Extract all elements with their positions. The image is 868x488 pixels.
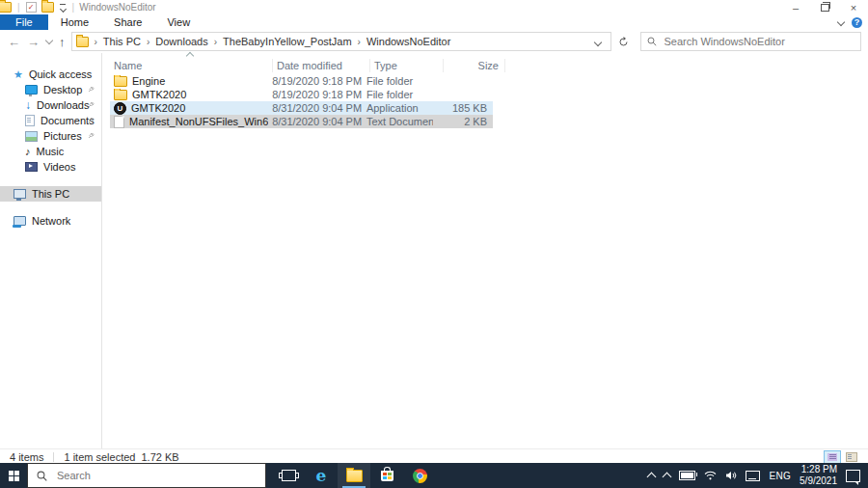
file-date: 8/31/2020 9:04 PM (268, 102, 363, 114)
language-indicator[interactable]: ENG (769, 471, 791, 481)
details-view-button[interactable] (843, 450, 860, 464)
expand-ribbon-icon[interactable] (837, 18, 845, 26)
explorer-window-icon (0, 2, 12, 13)
search-input[interactable] (663, 35, 855, 48)
document-icon (25, 115, 35, 126)
quick-access-toolbar: | ✓ | (0, 2, 75, 13)
system-tray: ENG 1:28 PM 5/9/2021 (648, 463, 868, 488)
tab-file[interactable]: File (0, 14, 48, 30)
taskbar-clock[interactable]: 1:28 PM 5/9/2021 (800, 464, 837, 487)
chrome-button[interactable] (403, 463, 436, 488)
chrome-icon (413, 469, 427, 483)
forward-button[interactable]: → (27, 36, 40, 48)
tab-home[interactable]: Home (48, 14, 101, 30)
file-size: 2 KB (433, 116, 493, 127)
microsoft-store-button[interactable] (370, 463, 403, 488)
new-folder-icon[interactable] (41, 2, 54, 13)
wifi-icon[interactable] (704, 471, 717, 480)
action-center-icon[interactable] (846, 470, 860, 482)
breadcrumb-separator: › (95, 37, 97, 47)
folder-icon (114, 76, 127, 87)
address-dropdown-icon[interactable] (587, 36, 609, 47)
sidebar-item-videos[interactable]: Videos (0, 159, 101, 175)
taskbar-search-box[interactable] (27, 463, 266, 488)
refresh-icon (618, 37, 629, 47)
internet-explorer-icon: e (316, 468, 327, 484)
breadcrumb-thebabyinyellow-postjam[interactable]: TheBabyInYellow_PostJam (223, 36, 352, 47)
window-title: WindowsNoEditor (79, 2, 155, 13)
sidebar-item-documents[interactable]: Documents (0, 113, 101, 128)
sidebar-item-label: This PC (32, 188, 69, 200)
list-view-button[interactable] (824, 450, 841, 464)
file-name: Engine (132, 75, 165, 87)
customize-quick-access-dropdown-icon[interactable] (59, 4, 67, 12)
column-header-name[interactable]: Name (110, 59, 273, 72)
refresh-button[interactable] (613, 33, 635, 50)
music-note-icon: ♪ (25, 147, 31, 157)
sidebar-item-label: Videos (43, 161, 75, 173)
address-bar[interactable]: › This PC › Downloads › TheBabyInYellow_… (71, 32, 611, 51)
tab-view[interactable]: View (154, 14, 203, 30)
internet-explorer-button[interactable]: e (305, 463, 338, 488)
pin-icon (88, 101, 95, 108)
file-row-manifest-nonufsfiles-win64[interactable]: Manifest_NonUFSFiles_Win64 8/31/2020 9:0… (110, 115, 493, 128)
pin-icon (88, 117, 95, 123)
start-button[interactable] (0, 463, 27, 488)
taskbar: e ENG 1:28 PM 5/9/2021 (0, 463, 868, 488)
breadcrumb-windowsnoeditor[interactable]: WindowsNoEditor (366, 36, 450, 47)
restore-button[interactable] (810, 0, 839, 14)
column-header-date-modified[interactable]: Date modified (273, 59, 370, 72)
download-arrow-icon: ↓ (25, 99, 31, 111)
breadcrumb-separator: › (147, 37, 149, 47)
column-label: Date modified (277, 60, 342, 71)
sidebar-item-label: Quick access (29, 68, 92, 80)
hidden-icons-chevron-icon[interactable] (663, 473, 672, 482)
sidebar-item-music[interactable]: ♪ Music (0, 144, 101, 159)
file-list-pane: Name Date modified Type Size Engine 8/19… (102, 53, 868, 448)
network-icon (14, 216, 26, 226)
task-view-button[interactable] (272, 463, 305, 488)
file-type: File folder (363, 89, 433, 100)
back-button[interactable]: ← (8, 36, 20, 48)
sidebar-item-label: Music (37, 146, 65, 157)
minimize-button[interactable]: – (781, 0, 810, 14)
status-bar: 4 items 1 item selected 1.72 KB (0, 448, 868, 464)
restore-icon (821, 4, 829, 12)
battery-icon[interactable] (679, 471, 695, 480)
sidebar-item-pictures[interactable]: Pictures (0, 128, 101, 144)
sidebar-item-this-pc[interactable]: This PC (0, 186, 101, 202)
sidebar-item-desktop[interactable]: Desktop (0, 82, 101, 97)
recent-locations-dropdown-icon[interactable] (45, 37, 53, 44)
touch-keyboard-icon[interactable] (746, 471, 760, 481)
properties-icon[interactable]: ✓ (26, 2, 37, 13)
sidebar-item-label: Documents (41, 115, 95, 126)
volume-icon[interactable] (725, 471, 737, 480)
sidebar-item-quick-access[interactable]: ★ Quick access (0, 67, 101, 82)
file-name: GMTK2020 (131, 102, 185, 114)
search-icon (647, 37, 657, 46)
navigation-pane: ★ Quick access Desktop ↓ Downloads Docum… (0, 53, 102, 448)
explorer-search-box[interactable] (640, 32, 862, 51)
titlebar-separator: | (17, 2, 20, 13)
sidebar-item-downloads[interactable]: ↓ Downloads (0, 97, 101, 113)
file-explorer-button[interactable] (338, 463, 370, 488)
file-row-engine[interactable]: Engine 8/19/2020 9:18 PM File folder (110, 74, 493, 88)
close-button[interactable]: × (839, 0, 868, 14)
breadcrumb-this-pc[interactable]: This PC (103, 36, 141, 47)
file-row-gmtk2020-folder[interactable]: GMTK2020 8/19/2020 9:18 PM File folder (110, 88, 493, 101)
tab-share[interactable]: Share (101, 14, 154, 30)
file-date: 8/19/2020 9:18 PM (268, 89, 363, 100)
hidden-icons-chevron-icon[interactable] (647, 473, 657, 482)
folder-icon (114, 90, 127, 100)
up-button[interactable]: ↑ (59, 36, 66, 48)
file-row-gmtk2020-application[interactable]: UGMTK2020 8/31/2020 9:04 PM Application … (110, 101, 493, 115)
column-header-size[interactable]: Size (444, 59, 505, 72)
help-icon[interactable]: ? (852, 17, 862, 28)
file-date: 8/19/2020 9:18 PM (268, 75, 363, 87)
video-icon (25, 162, 38, 172)
breadcrumb-downloads[interactable]: Downloads (155, 36, 207, 47)
sidebar-item-network[interactable]: Network (0, 213, 101, 229)
taskbar-search-input[interactable] (55, 469, 257, 482)
column-header-type[interactable]: Type (370, 59, 444, 72)
sidebar-item-label: Network (32, 215, 70, 227)
